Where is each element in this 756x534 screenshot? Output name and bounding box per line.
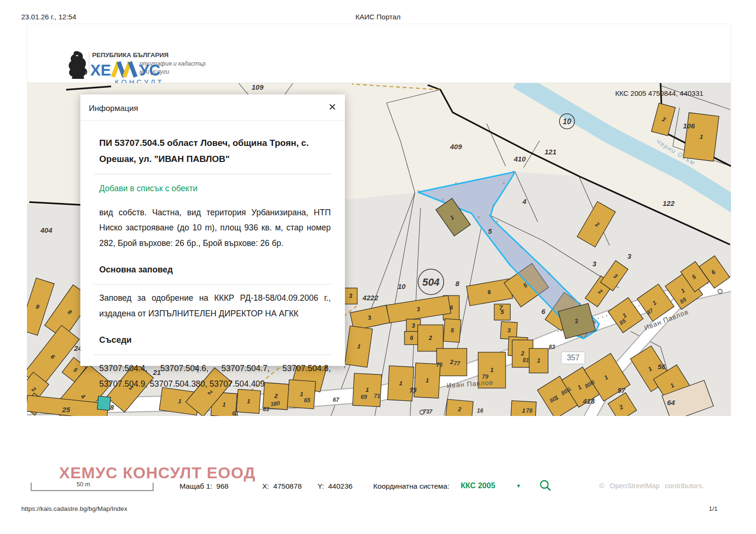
coord-x-value: 4750878 (273, 482, 301, 490)
print-url: https://kais.cadastre.bg/bg/Map/Index (21, 505, 127, 512)
coord-y: Y: 440236 (318, 482, 352, 491)
parcel-number-label: 57 (618, 386, 626, 394)
coat-of-arms-lion-icon (65, 50, 89, 79)
print-page-title: КАИС Портал (0, 13, 756, 21)
hemus-eood-watermark: ХЕМУС КОНСУЛТ ЕООД (59, 464, 256, 482)
building-number: 1 (300, 391, 303, 398)
vertex-tick: × (455, 180, 457, 186)
house-number-label: 16 (477, 407, 483, 414)
house-number-label: 380 (270, 400, 281, 408)
building-number: 2 (274, 393, 278, 400)
print-page-number: 1/1 (709, 505, 718, 512)
coord-y-value: 440236 (328, 482, 352, 490)
hemus-left-text: ХЕ (90, 62, 111, 78)
house-number-label: 75 (436, 362, 443, 368)
parcel-number-label: 404 (40, 226, 52, 234)
coord-x: X: 4750878 (262, 482, 302, 491)
building-number: 1 (222, 401, 226, 408)
building-number: 1 (247, 398, 250, 405)
parcel-number-label: 7 (499, 304, 503, 312)
vertex-tick: × (573, 297, 576, 303)
building-number: 2 (521, 350, 524, 357)
order-heading: Основна заповед (99, 262, 331, 278)
panel-divider (94, 355, 331, 355)
map-crs-reference: ККС 2005 4750844, 440331 (615, 89, 704, 97)
neighbors-text: 53707.504.4, 53707.504.6, 53707.504.7, 5… (99, 361, 331, 391)
parcel-number-label: 418 (582, 397, 595, 405)
parcel-number-label: 409 (449, 143, 462, 151)
building-number: 3 (412, 322, 415, 329)
house-number-label: 67 (333, 397, 340, 403)
vertex-tick: × (492, 203, 495, 208)
osm-attribution: © OpenStreetMap contributors. (599, 482, 704, 490)
house-number-label: 83 (549, 344, 555, 350)
order-text: Заповед за одобрение на КККР РД-18-58/04… (99, 290, 331, 321)
house-number-label: 737 (423, 408, 433, 415)
house-number-label: 69 (361, 394, 367, 400)
parcel-number-label: 10 (398, 282, 406, 290)
parcel-number-label: 3 (627, 252, 632, 260)
vertex-tick: × (548, 271, 550, 276)
road-number-label: 357 (567, 354, 580, 362)
close-icon[interactable]: ✕ (328, 102, 336, 113)
house-number-label: 81 (523, 357, 529, 364)
building-number: 2 (429, 335, 432, 341)
parcel-number-label: 64 (667, 398, 675, 407)
building-number: 1 (365, 387, 369, 393)
chevron-down-icon[interactable]: ▼ (516, 483, 521, 489)
crs-label: Координатна система: (373, 482, 449, 491)
search-icon[interactable] (539, 479, 552, 492)
vertex-tick: × (502, 180, 505, 186)
hemus-right-text: УС (139, 62, 160, 78)
logo-divider (89, 51, 89, 72)
map-circle-number: 504 (422, 276, 440, 288)
parcel-number-label: 6 (541, 307, 546, 315)
panel-divider (94, 284, 331, 285)
add-to-objects-link[interactable]: Добави в списък с обекти (99, 181, 198, 196)
vertex-tick: × (477, 214, 480, 220)
vertex-tick: × (512, 169, 515, 175)
building-number: 1 (399, 380, 403, 387)
parcel-number-label: 106 (683, 122, 695, 130)
house-number-label: 65 (304, 397, 310, 404)
parcel-number-label: 25 (62, 406, 70, 414)
building-number: 3 (349, 293, 352, 299)
republic-label: РЕПУБЛИКА БЪЛГАРИЯ (92, 51, 169, 59)
house-number-label: 63 (263, 406, 269, 413)
scale-label: Мащаб 1: 968 (180, 482, 229, 491)
parcel-title: ПИ 53707.504.5 област Ловеч, община Троя… (99, 135, 338, 167)
parcel-number-label: 121 (544, 148, 556, 156)
parcel-number-label: 122 (662, 199, 675, 207)
vertex-tick: × (520, 244, 523, 250)
house-number-label: 77 (454, 360, 461, 367)
building-number: 3 (507, 327, 511, 334)
parcel-number-label: 8 (455, 280, 460, 288)
house-number-label: 73 (409, 388, 416, 394)
parcel-number-label: 5 (488, 227, 492, 235)
map-circle-number: 10 (563, 118, 571, 126)
scale-value: 968 (216, 482, 229, 490)
crs-dropdown[interactable]: ККС 2005 (461, 481, 495, 490)
parcel-number-label: 4 (522, 197, 527, 205)
neighbors-heading: Съседи (99, 332, 331, 348)
building-number: 1 (425, 377, 429, 384)
building-number: 1 (522, 407, 525, 414)
info-panel-title: Информация (89, 104, 138, 113)
parcel-number-label: 56 (658, 363, 666, 371)
parcel-details-text: вид собств. Частна, вид територия Урбани… (99, 205, 331, 251)
parcel-number-label: 410 (513, 155, 526, 163)
app-header: РЕПУБЛИКА БЪЛГАРИЯ ртография и кадастър … (27, 24, 731, 83)
hemus-zigzag-icon (111, 58, 139, 78)
parcel-number-label: 8 (110, 403, 114, 411)
vertex-tick: × (417, 188, 420, 194)
parcel-number-label: 109 (251, 83, 264, 91)
vertex-tick: × (441, 197, 444, 203)
map-scale-bar: 50 m (31, 483, 154, 491)
map-building[interactable] (97, 396, 111, 410)
house-number-label: 71 (374, 393, 380, 399)
parcel-number-label: 3 (593, 260, 597, 268)
building-number: 2 (457, 406, 462, 413)
house-number-label: 61 (232, 410, 239, 416)
building-number: 1 (537, 357, 541, 364)
building-number: 6 (410, 335, 414, 341)
